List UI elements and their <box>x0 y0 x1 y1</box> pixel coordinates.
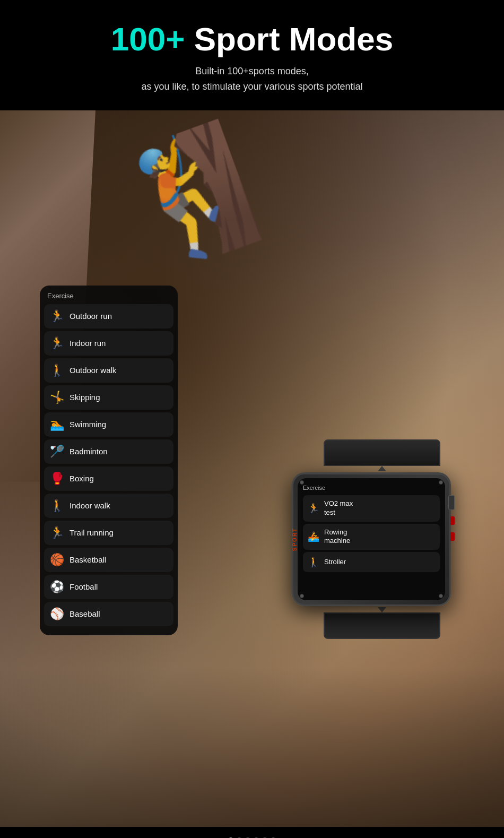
watch-band-bottom <box>324 612 440 639</box>
page-title: 100+ Sport Modes <box>11 21 493 57</box>
indoor-walk-label: Indoor walk <box>69 501 110 510</box>
skipping-icon: 🤸 <box>49 391 64 404</box>
list-item: 🏃 Indoor run <box>44 331 173 356</box>
football-icon: ⚽ <box>49 580 64 594</box>
indoor-run-label: Indoor run <box>69 339 106 348</box>
basketball-icon: 🏀 <box>49 553 64 567</box>
watch-screw-tl <box>300 480 304 485</box>
list-item: 🏃 Trail running <box>44 521 173 545</box>
outdoor-run-icon: 🏃 <box>49 309 64 323</box>
watch-triangle-bottom <box>378 607 386 612</box>
indoor-run-icon: 🏃 <box>49 336 64 350</box>
watch-band-top <box>324 439 440 466</box>
football-label: Football <box>69 582 98 591</box>
watch-button-right <box>448 495 455 510</box>
page-dots <box>0 827 504 838</box>
watch-list-item: 🚶 Stroller <box>303 552 440 572</box>
watch-stroller-label: Stroller <box>324 558 346 567</box>
indoor-walk-icon: 🚶 <box>49 499 64 513</box>
trail-running-icon: 🏃 <box>49 526 64 540</box>
list-item: 🥊 Boxing <box>44 466 173 491</box>
baseball-label: Baseball <box>69 609 100 618</box>
main-content: 🧗 Exercise 🏃 Outdoor run 🏃 Indoor run 🚶 … <box>0 110 504 827</box>
watch-stroller-icon: 🚶 <box>307 556 320 568</box>
list-item: 🏃 Outdoor run <box>44 304 173 329</box>
watch-vo2-icon: 🏃 <box>307 503 320 514</box>
boxing-label: Boxing <box>69 474 94 483</box>
outdoor-walk-icon: 🚶 <box>49 364 64 377</box>
list-item: 🚶 Outdoor walk <box>44 358 173 383</box>
sport-side-label: SPORT <box>292 528 298 551</box>
highlight-text: 100+ <box>111 21 185 57</box>
header-section: 100+ Sport Modes Built-in 100+sports mod… <box>0 0 504 110</box>
badminton-icon: 🏸 <box>49 445 64 459</box>
list-item: 🏀 Basketball <box>44 548 173 572</box>
list-item: 🏊 Swimming <box>44 412 173 437</box>
list-item: 🚶 Indoor walk <box>44 494 173 518</box>
panel-label: Exercise <box>44 292 173 304</box>
watch-case: SPORT Exercise 🏃 VO2 maxtest 🚣 Rowingmac… <box>292 472 451 606</box>
list-item: ⚾ Baseball <box>44 602 173 626</box>
list-item: ⚽ Football <box>44 575 173 599</box>
list-item: 🏸 Badminton <box>44 439 173 464</box>
watch-screw-bl <box>300 594 304 598</box>
list-item: 🤸 Skipping <box>44 385 173 410</box>
watch-rowing-label: Rowingmachine <box>324 528 350 546</box>
watch-screw-br <box>439 594 443 598</box>
watch-rowing-icon: 🚣 <box>307 531 320 542</box>
baseball-icon: ⚾ <box>49 607 64 621</box>
watch-list-item: 🏃 VO2 maxtest <box>303 495 440 522</box>
swimming-icon: 🏊 <box>49 418 64 431</box>
title-text: Sport Modes <box>185 21 393 57</box>
trail-running-label: Trail running <box>69 528 114 537</box>
watch-screw-tr <box>439 480 443 485</box>
header-subtitle: Built-in 100+sports modes, as you like, … <box>11 64 493 94</box>
boxing-icon: 🥊 <box>49 472 64 486</box>
watch-mockup: SPORT Exercise 🏃 VO2 maxtest 🚣 Rowingmac… <box>292 439 472 639</box>
watch-list-item: 🚣 Rowingmachine <box>303 524 440 550</box>
basketball-label: Basketball <box>69 555 106 564</box>
skipping-label: Skipping <box>69 393 100 402</box>
watch-triangle-top <box>378 466 386 471</box>
watch-button-red-top <box>450 516 455 525</box>
watch-button-red-bottom <box>450 532 455 541</box>
watch-vo2-label: VO2 maxtest <box>324 499 353 517</box>
swimming-label: Swimming <box>69 420 106 429</box>
watch-panel-label: Exercise <box>303 485 440 491</box>
watch-screen: Exercise 🏃 VO2 maxtest 🚣 Rowingmachine 🚶… <box>298 478 445 600</box>
badminton-label: Badminton <box>69 447 108 456</box>
exercise-panel: Exercise 🏃 Outdoor run 🏃 Indoor run 🚶 Ou… <box>40 286 178 635</box>
mountain-background <box>0 668 504 827</box>
outdoor-run-label: Outdoor run <box>69 312 112 321</box>
outdoor-walk-label: Outdoor walk <box>69 366 116 375</box>
